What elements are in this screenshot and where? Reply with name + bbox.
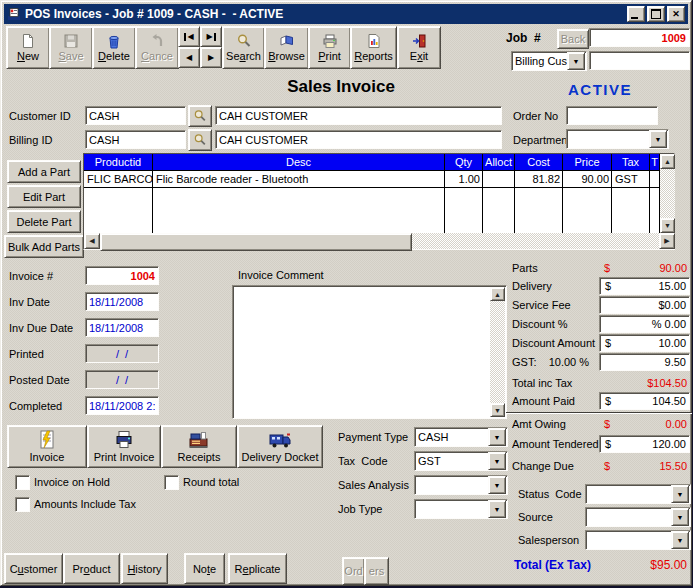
delete-part-button[interactable]: Delete Part bbox=[7, 210, 81, 233]
column-header-alloct[interactable]: Alloct bbox=[483, 154, 515, 171]
next-record-button[interactable]: ▶ bbox=[200, 47, 222, 68]
amounts-include-tax-checkbox[interactable] bbox=[15, 497, 30, 512]
service-fee-field[interactable]: $0.00 bbox=[599, 296, 690, 314]
edit-part-button[interactable]: Edit Part bbox=[7, 185, 81, 208]
job-selector-combo[interactable]: Billing Custo ▼ bbox=[511, 51, 587, 71]
gst-field[interactable]: 9.50 bbox=[599, 353, 690, 371]
minimize-button[interactable] bbox=[627, 6, 645, 22]
status-code-combo[interactable]: ▼ bbox=[585, 484, 691, 504]
billing-id-field[interactable] bbox=[85, 130, 186, 149]
comment-scroll-down-icon[interactable]: ▼ bbox=[490, 403, 505, 417]
tax-code-dropdown-icon[interactable]: ▼ bbox=[488, 452, 506, 470]
customer-id-field[interactable] bbox=[85, 106, 186, 125]
billing-id-label: Billing ID bbox=[9, 134, 52, 146]
grid-scroll-right-icon[interactable]: ▶ bbox=[659, 233, 675, 249]
print-button[interactable]: Print bbox=[308, 26, 351, 69]
grid-scroll-down-icon[interactable]: ▼ bbox=[660, 218, 675, 233]
add-a-part-button[interactable]: Add a Part bbox=[7, 160, 81, 183]
round-total-checkbox[interactable] bbox=[164, 475, 179, 490]
previous-record-button[interactable]: ◀ bbox=[178, 47, 200, 68]
new-button[interactable]: New bbox=[6, 26, 50, 69]
totals-row-total-inc-tax: Total inc Tax $104.50 bbox=[506, 374, 692, 392]
invoice-on-hold-checkbox[interactable] bbox=[15, 475, 30, 490]
tab-replicate[interactable]: Replicate bbox=[228, 553, 287, 584]
job-type-dropdown-icon[interactable]: ▼ bbox=[488, 500, 506, 518]
delete-button[interactable]: Delete bbox=[92, 26, 136, 69]
exit-button[interactable]: Exit bbox=[397, 26, 441, 69]
tab-product[interactable]: Product bbox=[63, 553, 120, 584]
bulk-add-parts-button[interactable]: Bulk Add Parts bbox=[4, 235, 84, 258]
status-badge: ACTIVE bbox=[568, 81, 632, 98]
tab-history[interactable]: History bbox=[121, 553, 168, 584]
payment-type-combo[interactable]: CASH ▼ bbox=[414, 427, 508, 447]
grid-horizontal-scrollbar[interactable]: ◀ ▶ bbox=[84, 233, 675, 249]
cancel-button: Cance bbox=[135, 26, 179, 69]
minimize-icon bbox=[631, 17, 638, 19]
billing-lookup-button[interactable] bbox=[188, 129, 212, 151]
column-header-price[interactable]: Price bbox=[563, 154, 612, 171]
column-header-tax[interactable]: Tax bbox=[612, 154, 650, 171]
job-number-field[interactable] bbox=[589, 28, 690, 47]
inv-due-date-field[interactable] bbox=[85, 318, 159, 337]
source-combo[interactable]: ▼ bbox=[585, 507, 691, 527]
cell-desc: Flic Barcode reader - Bluetooth bbox=[153, 172, 445, 187]
last-record-button[interactable]: ▶ bbox=[200, 26, 222, 47]
column-header-productid[interactable]: Productid bbox=[84, 154, 153, 171]
totals-row-parts: Parts $ 90.00 bbox=[506, 259, 692, 277]
salesperson-dropdown-icon[interactable]: ▼ bbox=[671, 531, 689, 549]
order-no-field[interactable] bbox=[566, 106, 658, 125]
grid-vertical-scrollbar[interactable]: ▲ ▼ bbox=[660, 154, 675, 233]
reports-button[interactable]: Reports bbox=[350, 26, 397, 69]
payment-type-label: Payment Type bbox=[338, 431, 408, 443]
inv-date-field[interactable] bbox=[85, 292, 159, 311]
discount-amount-field[interactable]: $10.00 bbox=[599, 334, 690, 352]
amount-tendered-field[interactable]: $120.00 bbox=[599, 435, 690, 453]
record-navigation: ◀ ▶ ◀ ▶ bbox=[178, 26, 221, 67]
first-record-button[interactable]: ◀ bbox=[178, 26, 200, 47]
job-selector-dropdown-icon[interactable]: ▼ bbox=[567, 52, 585, 70]
browse-button[interactable]: Browse bbox=[264, 26, 309, 69]
grid-scroll-up-icon[interactable]: ▲ bbox=[660, 154, 675, 169]
department-combo[interactable]: ▼ bbox=[566, 129, 669, 149]
maximize-button[interactable] bbox=[647, 6, 665, 22]
grid-scroll-left-icon[interactable]: ◀ bbox=[84, 233, 100, 249]
comment-scroll-up-icon[interactable]: ▲ bbox=[490, 287, 505, 301]
close-button[interactable]: ✕ bbox=[667, 6, 685, 22]
sales-analysis-dropdown-icon[interactable]: ▼ bbox=[488, 476, 506, 494]
sales-analysis-combo[interactable]: ▼ bbox=[414, 475, 508, 495]
job-secondary-field[interactable] bbox=[589, 51, 690, 70]
search-button[interactable]: Search bbox=[222, 26, 265, 69]
completed-field[interactable] bbox=[85, 396, 159, 415]
amount-paid-field[interactable]: $104.50 bbox=[599, 392, 690, 410]
tax-code-combo[interactable]: GST ▼ bbox=[414, 451, 508, 471]
screen: POS Invoices - Job # 1009 - CASH - - ACT… bbox=[0, 0, 693, 588]
customer-name-field[interactable] bbox=[215, 106, 502, 125]
discount-pct-field[interactable]: % 0.00 bbox=[599, 315, 690, 333]
totals-row-change-due: Change Due $ 15.50 bbox=[506, 457, 692, 475]
job-type-combo[interactable]: ▼ bbox=[414, 499, 508, 519]
receipts-button[interactable]: Receipts bbox=[161, 425, 237, 468]
department-dropdown-icon[interactable]: ▼ bbox=[649, 130, 667, 148]
billing-name-field[interactable] bbox=[215, 130, 502, 149]
tab-customer[interactable]: Customer bbox=[4, 553, 63, 584]
tab-note[interactable]: Note bbox=[184, 553, 225, 584]
payment-type-dropdown-icon[interactable]: ▼ bbox=[488, 428, 506, 446]
cell-alloct bbox=[483, 172, 515, 187]
delivery-docket-button[interactable]: Delivery Docket bbox=[237, 425, 323, 468]
column-header-desc[interactable]: Desc bbox=[153, 154, 445, 171]
invoice-button[interactable]: Invoice bbox=[7, 425, 87, 468]
grid-scrollbar-thumb[interactable] bbox=[100, 233, 412, 251]
source-dropdown-icon[interactable]: ▼ bbox=[671, 508, 689, 526]
customer-lookup-button[interactable] bbox=[188, 105, 212, 127]
salesperson-combo[interactable]: ▼ bbox=[585, 530, 691, 550]
column-header-cost[interactable]: Cost bbox=[515, 154, 563, 171]
column-header-qty[interactable]: Qty bbox=[445, 154, 483, 171]
cell-qty: 1.00 bbox=[445, 172, 483, 187]
delivery-field[interactable]: $15.00 bbox=[599, 277, 690, 295]
invoice-comment-textarea[interactable] bbox=[232, 285, 507, 419]
invoice-no-field[interactable] bbox=[85, 266, 159, 285]
comment-vertical-scrollbar[interactable]: ▲ ▼ bbox=[490, 287, 505, 417]
column-header-total[interactable]: T bbox=[650, 154, 660, 171]
print-invoice-button[interactable]: Print Invoice bbox=[87, 425, 161, 468]
status-code-dropdown-icon[interactable]: ▼ bbox=[671, 485, 689, 503]
